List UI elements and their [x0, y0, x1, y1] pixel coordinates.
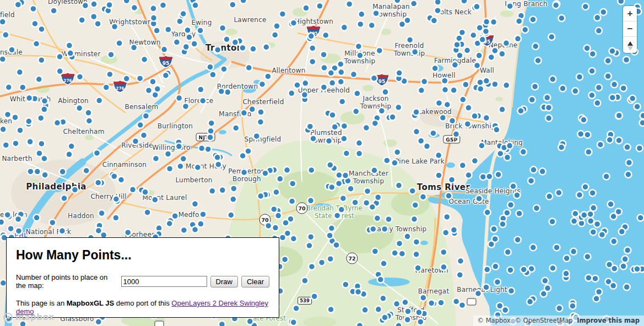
attrib-mapbox-link[interactable]: © Mapbox — [478, 317, 511, 324]
points-panel: How Many Points... Number of points to p… — [6, 237, 279, 318]
footer-bold-text: MapboxGL JS — [67, 299, 114, 307]
points-count-label: Number of points to place on the map: — [16, 273, 118, 290]
compass-button[interactable] — [623, 37, 637, 53]
mapbox-logo-text: mapbox — [15, 312, 55, 322]
panel-title: How Many Points... — [16, 248, 269, 263]
mapbox-logo[interactable]: mapbox — [3, 312, 55, 322]
draw-button[interactable]: Draw — [210, 276, 238, 287]
zoom-control: + − — [623, 6, 637, 53]
zoom-out-button[interactable]: − — [623, 21, 637, 37]
points-count-input[interactable] — [121, 276, 207, 287]
footer-text: This page is an — [16, 299, 67, 307]
mapbox-logo-icon — [3, 313, 13, 322]
compass-down-icon — [627, 46, 633, 51]
map-canvas[interactable]: PhiladelphiaTrentonToms RiverDoylestownf… — [0, 0, 644, 326]
footer-mid-text: demo port of this — [114, 299, 171, 307]
improve-map-link[interactable]: Improve this map — [577, 317, 640, 324]
compass-up-icon — [627, 41, 633, 46]
clear-button[interactable]: Clear — [241, 276, 269, 287]
zoom-in-button[interactable]: + — [623, 6, 637, 21]
attribution: © Mapbox © OpenStreetMap Improve this ma… — [473, 316, 644, 326]
attrib-osm-link[interactable]: © OpenStreetMap — [515, 317, 572, 324]
